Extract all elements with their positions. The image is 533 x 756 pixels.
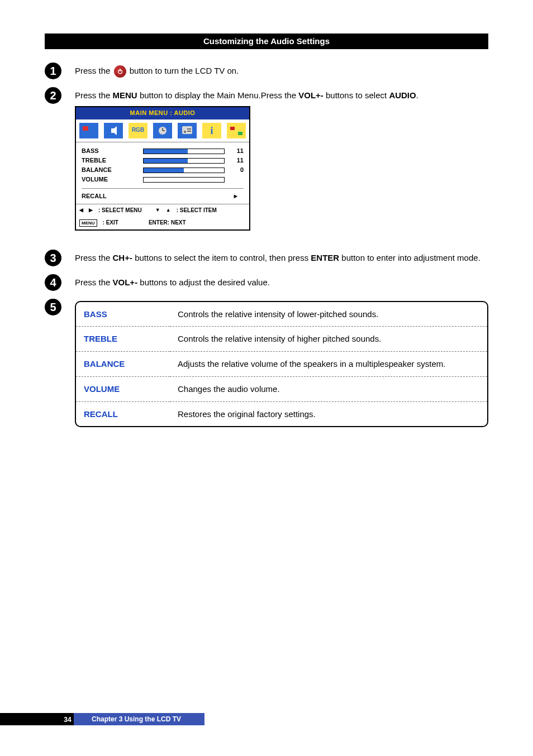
svg-rect-11 [182,126,192,134]
step2-audio: AUDIO [389,90,416,100]
options-icon [178,123,197,138]
step1-text-post: button to turn the LCD TV on. [130,66,239,75]
osd-hint-select-item: : SELECT ITEM [177,207,217,215]
osd-label: BALANCE [82,166,143,175]
clock-icon [153,123,172,138]
page-footer: 34 Chapter 3 Using the LCD TV [0,713,204,725]
step3-post: button to enter into adjustment mode. [341,253,480,262]
osd-row-volume: VOLUME [82,175,244,185]
osd-slider [143,177,225,183]
menu-key-icon: MENU [79,219,97,227]
svg-marker-7 [114,126,117,135]
step-1: 1 Press the button to turn the LCD TV on… [45,65,488,79]
other-icon [227,123,246,138]
osd-icon-row: RGB i [76,119,249,142]
step2-menu: MENU [113,90,137,100]
step-number-5-icon: 5 [45,299,61,315]
osd-panel: MAIN MENU : AUDIO RGB i [75,106,250,231]
table-row: RECALL Restores the original factory set… [76,401,487,426]
parameters-table: BASS Controls the relative intensity of … [75,301,488,428]
osd-hint-exit: : EXIT [103,219,118,227]
step-5: 5 BASS Controls the relative intensity o… [45,301,488,428]
svg-text:4: 4 [50,276,56,289]
step2-vol: VOL+- [298,90,323,100]
step-4: 4 Press the VOL+- buttons to adjust the … [45,276,488,291]
osd-slider [143,149,225,154]
param-name: VOLUME [76,376,170,401]
osd-hint-select-menu: : SELECT MENU [98,207,142,215]
triangle-right-icon: ► [228,192,244,201]
osd-label: TREBLE [82,156,143,165]
table-row: BALANCE Adjusts the relative volume of t… [76,352,487,377]
step2-post: buttons to select [326,90,389,100]
param-name: BALANCE [76,352,170,377]
info-icon: i [202,123,221,138]
param-name: BASS [76,302,170,327]
audio-icon [104,123,123,138]
step4-pre: Press the [75,277,113,287]
page-number-badge: 34 [61,713,74,725]
triangle-down-icon: ▼ [155,207,160,214]
svg-text:1: 1 [50,65,56,77]
step4-vol: VOL+- [113,277,138,287]
param-name: TREBLE [76,327,170,352]
osd-slider [143,168,225,173]
section-header: Customizing the Audio Settings [45,34,488,49]
osd-value: 11 [225,147,244,156]
osd-row-recall: RECALL ► [82,192,244,202]
triangle-left-icon: ◀ [79,207,83,214]
param-desc: Controls the relative intensity of lower… [170,302,487,327]
osd-title: MAIN MENU : AUDIO [76,107,249,119]
step3-mid: buttons to select the item to control, t… [135,253,311,262]
osd-body: BASS 11 TREBLE 11 BALANCE 0 [76,142,249,204]
table-row: TREBLE Controls the relative intensity o… [76,327,487,352]
osd-label: BASS [82,147,143,156]
section-title: Customizing the Audio Settings [203,34,330,49]
osd-hint-enter: ENTER: NEXT [149,219,186,227]
osd-label: RECALL [82,192,143,201]
param-desc: Changes the audio volume. [170,376,487,401]
param-desc: Restores the original factory settings. [170,401,487,426]
step3-enter: ENTER [311,253,339,262]
svg-text:2: 2 [50,89,56,102]
step-number-3-icon: 3 [45,250,61,266]
triangle-up-icon: ▲ [166,207,171,214]
step-number-1-icon: 1 [45,63,61,79]
osd-row-bass: BASS 11 [82,147,244,156]
param-name: RECALL [76,401,170,426]
step3-ch: CH+- [113,253,132,262]
step2-mid: button to display the Main Menu.Press th… [140,90,298,100]
rgb-icon: RGB [129,123,147,138]
step3-pre: Press the [75,253,113,262]
step-2: 2 Press the MENU button to display the M… [45,89,488,231]
svg-rect-14 [187,131,191,132]
svg-point-12 [184,131,186,133]
osd-row-balance: BALANCE 0 [82,166,244,175]
table-row: BASS Controls the relative intensity of … [76,302,487,327]
step1-text-pre: Press the [75,66,113,75]
step-number-4-icon: 4 [45,274,61,291]
triangle-right-icon: ▶ [89,207,93,214]
osd-footer: ◀▶ : SELECT MENU ▼▲: SELECT ITEM MENU : … [76,204,249,229]
step2-end: . [416,90,418,100]
svg-text:3: 3 [50,252,56,264]
step2-pre: Press the [75,90,113,100]
svg-rect-13 [187,128,191,130]
video-icon [79,123,98,138]
power-icon [114,65,126,78]
osd-row-treble: TREBLE 11 [82,156,244,166]
page-number: 34 [64,716,71,724]
chapter-label: Chapter 3 Using the LCD TV [80,715,181,723]
table-row: VOLUME Changes the audio volume. [76,376,487,401]
param-desc: Controls the relative intensity of highe… [170,327,487,352]
osd-label: VOLUME [82,175,143,184]
param-desc: Adjusts the relative volume of the speak… [170,352,487,377]
svg-rect-6 [111,128,114,133]
osd-slider [143,158,225,164]
step4-post: buttons to adjust the desired value. [140,277,270,287]
osd-value: 11 [225,156,244,165]
step-number-2-icon: 2 [45,87,61,104]
step-3: 3 Press the CH+- buttons to select the i… [45,252,488,266]
svg-text:5: 5 [50,301,56,313]
osd-value: 0 [225,166,244,175]
